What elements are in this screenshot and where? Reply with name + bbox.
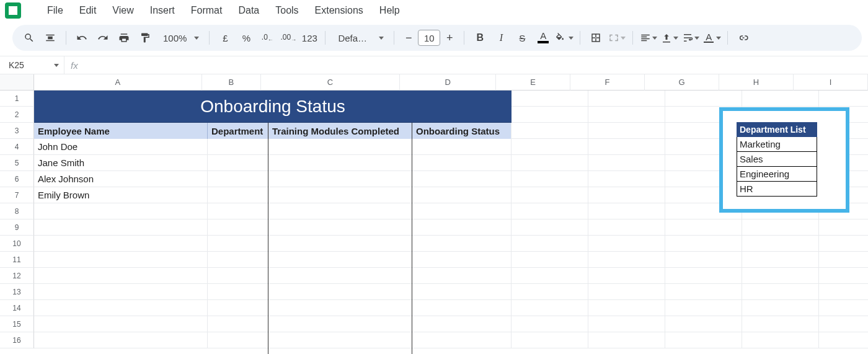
column-header[interactable]: G — [645, 74, 719, 91]
cell-employee-name[interactable]: Emily Brown — [34, 187, 208, 203]
decrease-decimal-button[interactable]: .0← — [258, 29, 277, 47]
menu-file[interactable]: File — [40, 2, 71, 19]
column-divider — [268, 123, 268, 354]
menu-help[interactable]: Help — [372, 2, 407, 19]
row-header[interactable]: 11 — [0, 252, 34, 268]
increase-decimal-button[interactable]: .00→ — [279, 29, 298, 47]
department-list-item[interactable]: Sales — [737, 152, 817, 167]
row-header[interactable]: 7 — [0, 187, 34, 203]
merge-cells-button[interactable] — [608, 29, 626, 47]
sheet-title-cell[interactable]: Onboarding Status — [34, 91, 512, 123]
menu-format[interactable]: Format — [184, 2, 230, 19]
font-dropdown[interactable]: Defaul... — [332, 33, 388, 43]
row-header[interactable]: 4 — [0, 139, 34, 155]
text-wrap-button[interactable] — [681, 29, 700, 47]
menu-extensions[interactable]: Extensions — [308, 2, 371, 19]
row-header[interactable]: 16 — [0, 332, 34, 348]
cell[interactable] — [268, 139, 412, 155]
column-header[interactable]: B — [202, 74, 261, 91]
cell[interactable] — [412, 139, 512, 155]
row-header[interactable]: 9 — [0, 219, 34, 236]
text-rotation-button[interactable]: A — [702, 29, 721, 47]
cell[interactable] — [268, 171, 412, 187]
department-list-item[interactable]: HR — [737, 182, 817, 197]
cell-employee-name[interactable]: John Doe — [34, 139, 208, 155]
row-header[interactable]: 13 — [0, 284, 34, 300]
row-header[interactable]: 6 — [0, 171, 34, 187]
column-header[interactable]: D — [400, 74, 496, 91]
row-header[interactable]: 2 — [0, 107, 34, 123]
strikethrough-button[interactable]: S — [513, 29, 531, 47]
zoom-dropdown[interactable]: 100% — [157, 33, 203, 43]
redo-button[interactable] — [94, 29, 112, 47]
undo-button[interactable] — [73, 29, 91, 47]
fill-color-button[interactable] — [555, 29, 574, 47]
cell[interactable] — [412, 155, 512, 171]
name-box[interactable]: K25 — [0, 56, 64, 74]
menu-view[interactable]: View — [105, 2, 141, 19]
column-header[interactable]: C — [261, 74, 400, 91]
insert-link-button[interactable] — [734, 29, 753, 47]
italic-button[interactable]: I — [492, 29, 510, 47]
paint-format-button[interactable] — [136, 29, 154, 47]
column-header[interactable]: H — [719, 74, 794, 91]
department-list-item[interactable]: Engineering — [737, 167, 817, 182]
row-header[interactable]: 8 — [0, 203, 34, 219]
column-header[interactable]: E — [496, 74, 570, 91]
cell[interactable] — [412, 171, 512, 187]
cell-employee-name[interactable]: Jane Smith — [34, 155, 208, 171]
department-list-header[interactable]: Department List — [737, 123, 817, 137]
text-color-button[interactable]: A — [534, 29, 552, 47]
table-row: Jane Smith — [34, 155, 512, 171]
cell[interactable] — [208, 187, 268, 203]
header-training[interactable]: Training Modules Completed — [268, 123, 412, 139]
bold-button[interactable]: B — [471, 29, 489, 47]
cell[interactable] — [208, 155, 268, 171]
horizontal-align-button[interactable] — [639, 29, 658, 47]
row-header[interactable]: 1 — [0, 91, 34, 107]
menu-edit[interactable]: Edit — [72, 2, 104, 19]
menu-data[interactable]: Data — [231, 2, 267, 19]
column-header[interactable]: A — [34, 74, 202, 91]
cell[interactable] — [208, 171, 268, 187]
row-header[interactable]: 14 — [0, 300, 34, 316]
formula-input[interactable] — [84, 56, 868, 74]
table-header-row: Employee Name Department Training Module… — [34, 123, 512, 139]
currency-button[interactable]: £ — [216, 29, 234, 47]
cells-area[interactable]: /* rows rendered below manually */ — [34, 91, 868, 354]
increase-font-size-button[interactable]: + — [441, 30, 458, 46]
table-row: John Doe — [34, 139, 512, 155]
department-list-item[interactable]: Marketing — [737, 137, 817, 152]
vertical-align-button[interactable] — [660, 29, 679, 47]
column-header[interactable]: F — [570, 74, 645, 91]
cell[interactable] — [412, 187, 512, 203]
row-header[interactable]: 12 — [0, 268, 34, 284]
row-header[interactable]: 3 — [0, 123, 34, 139]
chevron-down-icon — [569, 37, 574, 40]
cell[interactable] — [268, 187, 412, 203]
decrease-font-size-button[interactable]: − — [401, 30, 417, 46]
menu-tools[interactable]: Tools — [268, 2, 306, 19]
cell[interactable] — [268, 155, 412, 171]
cell[interactable] — [208, 139, 268, 155]
print-button[interactable] — [115, 29, 133, 47]
percent-button[interactable]: % — [237, 29, 255, 47]
column-divider — [412, 123, 412, 354]
row-header[interactable]: 5 — [0, 155, 34, 171]
row-header[interactable]: 10 — [0, 236, 34, 252]
chevron-down-icon — [379, 37, 384, 40]
chevron-down-icon — [694, 37, 699, 40]
row-header[interactable]: 15 — [0, 316, 34, 332]
font-size-input[interactable]: 10 — [418, 30, 440, 46]
header-onboarding-status[interactable]: Onboarding Status — [412, 123, 512, 139]
menu-insert[interactable]: Insert — [143, 2, 182, 19]
cell-employee-name[interactable]: Alex Johnson — [34, 171, 208, 187]
header-employee-name[interactable]: Employee Name — [34, 123, 208, 139]
header-department[interactable]: Department — [208, 123, 268, 139]
column-header[interactable]: I — [794, 74, 868, 91]
select-all-corner[interactable] — [0, 74, 34, 91]
search-icon[interactable] — [20, 29, 38, 47]
borders-button[interactable] — [587, 29, 605, 47]
number-format-button[interactable]: 123 — [300, 29, 319, 47]
print-area-icon[interactable] — [41, 29, 60, 47]
